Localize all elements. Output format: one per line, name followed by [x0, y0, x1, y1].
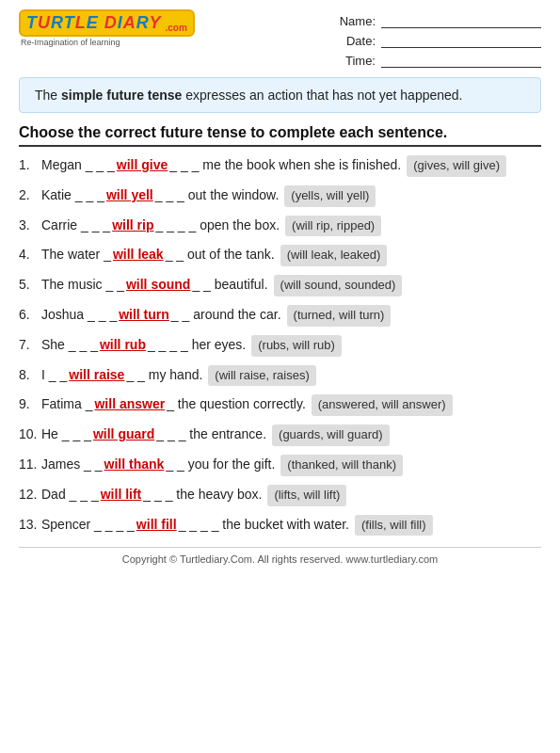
sentence-number: 13. — [19, 514, 40, 535]
sentence-number: 5. — [19, 274, 40, 295]
sentence-number: 7. — [19, 334, 40, 355]
logo-com: .com — [165, 23, 186, 33]
sentence-after: _ _ out of the tank. — [166, 244, 275, 264]
name-label: Name: — [338, 14, 376, 28]
list-item: 3.Carrie _ _ _ will rip _ _ _ _ open the… — [19, 215, 541, 237]
sentence-number: 3. — [19, 215, 40, 235]
options-badge: (rubs, will rub) — [251, 335, 342, 357]
sentence-after: _ _ _ out the window. — [155, 184, 280, 205]
logo-text: TURTLE DIARY — [26, 13, 161, 33]
sentence-content: The music _ _ will sound _ _ beautiful.(… — [41, 274, 541, 296]
date-row: Date: — [338, 33, 541, 48]
footer: Copyright © Turtlediary.Com. All rights … — [19, 547, 541, 565]
info-text-before: The — [35, 88, 61, 103]
list-item: 11.James _ _ will thank _ _ you for the … — [19, 454, 541, 476]
sentence-number: 10. — [19, 424, 40, 444]
sentence-before: She _ _ _ — [41, 334, 98, 355]
sentence-before: Dad _ _ _ — [41, 484, 99, 505]
options-badge: (lifts, will lift) — [267, 485, 346, 506]
sentence-answer: will yell — [106, 184, 153, 205]
sentence-before: Carrie _ _ _ — [41, 215, 110, 235]
sentence-answer: will lift — [101, 484, 142, 505]
list-item: 7.She _ _ _ will rub _ _ _ _ her eyes.(r… — [19, 334, 541, 357]
sentence-before: The water _ — [41, 244, 111, 264]
sentence-number: 9. — [19, 393, 40, 414]
info-box: The simple future tense expresses an act… — [19, 77, 541, 113]
sentence-number: 6. — [19, 304, 40, 325]
sentence-after: _ _ my hand. — [126, 364, 202, 385]
time-line — [381, 53, 541, 68]
sentence-number: 1. — [19, 154, 40, 175]
logo-tagline: Re-Imagination of learning — [19, 38, 120, 47]
sentence-number: 8. — [19, 364, 40, 385]
sentence-after: _ _ _ _ her eyes. — [148, 334, 246, 355]
sentence-answer: will thank — [104, 454, 165, 474]
sentence-after: _ the question correctly. — [167, 393, 306, 414]
sentence-answer: will fill — [136, 514, 177, 535]
sentence-before: Fatima _ — [41, 393, 92, 414]
sentence-answer: will guard — [93, 424, 154, 444]
instructions: Choose the correct future tense to compl… — [19, 124, 541, 147]
sentence-before: Megan _ _ _ — [41, 154, 115, 175]
sentence-content: Spencer _ _ _ _ will fill _ _ _ _ the bu… — [41, 514, 541, 537]
name-row: Name: — [338, 13, 541, 28]
options-badge: (fills, will fill) — [355, 515, 433, 537]
list-item: 12.Dad _ _ _ will lift _ _ _ the heavy b… — [19, 484, 541, 506]
options-badge: (guards, will guard) — [272, 425, 390, 446]
sentence-before: Joshua _ _ _ — [41, 304, 117, 325]
sentences-list: 1.Megan _ _ _ will give _ _ _ me the boo… — [19, 154, 541, 536]
options-badge: (thanked, will thank) — [280, 455, 403, 476]
sentence-after: _ _ around the car. — [171, 304, 281, 325]
list-item: 4.The water _ will leak _ _ out of the t… — [19, 244, 541, 266]
sentence-answer: will rip — [112, 215, 153, 235]
name-fields: Name: Date: Time: — [338, 9, 541, 68]
sentence-content: Joshua _ _ _ will turn _ _ around the ca… — [41, 304, 541, 327]
sentence-answer: will answer — [94, 393, 165, 414]
sentence-number: 2. — [19, 184, 40, 205]
date-label: Date: — [338, 34, 376, 48]
sentence-before: James _ _ — [41, 454, 103, 474]
list-item: 10.He _ _ _ will guard _ _ _ the entranc… — [19, 424, 541, 446]
list-item: 8.I _ _ will raise _ _ my hand.(will rai… — [19, 364, 541, 387]
info-bold-text: simple future tense — [61, 88, 182, 103]
sentence-before: I _ _ — [41, 364, 67, 385]
sentence-after: _ _ _ _ the bucket with water. — [179, 514, 349, 535]
sentence-answer: will leak — [113, 244, 164, 264]
sentence-after: _ _ _ the entrance. — [156, 424, 266, 444]
sentence-content: Carrie _ _ _ will rip _ _ _ _ open the b… — [41, 215, 541, 237]
options-badge: (will rip, ripped) — [285, 216, 381, 237]
sentence-number: 12. — [19, 484, 40, 505]
sentence-content: Katie _ _ _ will yell _ _ _ out the wind… — [41, 184, 541, 207]
sentence-answer: will give — [117, 154, 168, 175]
time-row: Time: — [338, 53, 541, 68]
options-badge: (answered, will answer) — [312, 394, 453, 416]
options-badge: (will leak, leaked) — [280, 245, 388, 266]
options-badge: (gives, will give) — [407, 155, 506, 177]
sentence-content: James _ _ will thank _ _ you for the gif… — [41, 454, 541, 476]
date-line — [381, 33, 541, 48]
sentence-number: 4. — [19, 244, 40, 264]
logo-box: TURTLE DIARY .com — [19, 9, 195, 37]
sentence-after: _ _ _ the heavy box. — [143, 484, 262, 505]
sentence-after: _ _ _ _ open the box. — [156, 215, 280, 235]
sentence-content: Megan _ _ _ will give _ _ _ me the book … — [41, 154, 541, 177]
sentence-content: He _ _ _ will guard _ _ _ the entrance.(… — [41, 424, 541, 446]
time-label: Time: — [338, 54, 376, 68]
sentence-content: Dad _ _ _ will lift _ _ _ the heavy box.… — [41, 484, 541, 506]
sentence-answer: will turn — [119, 304, 169, 325]
sentence-answer: will raise — [69, 364, 124, 385]
sentence-before: The music _ _ — [41, 274, 124, 295]
list-item: 6.Joshua _ _ _ will turn _ _ around the … — [19, 304, 541, 327]
sentence-content: She _ _ _ will rub _ _ _ _ her eyes.(rub… — [41, 334, 541, 357]
info-text-after: expresses an action that has not yet hap… — [182, 88, 462, 103]
list-item: 1.Megan _ _ _ will give _ _ _ me the boo… — [19, 154, 541, 177]
list-item: 9.Fatima _ will answer _ the question co… — [19, 393, 541, 416]
options-badge: (will sound, sounded) — [274, 275, 403, 296]
list-item: 13.Spencer _ _ _ _ will fill _ _ _ _ the… — [19, 514, 541, 537]
sentence-after: _ _ beautiful. — [192, 274, 267, 295]
sentence-content: Fatima _ will answer _ the question corr… — [41, 393, 541, 416]
options-badge: (will raise, raises) — [208, 365, 315, 387]
sentence-before: He _ _ _ — [41, 424, 91, 444]
sentence-answer: will sound — [126, 274, 190, 295]
sentence-after: _ _ _ me the book when she is finished. — [169, 154, 401, 175]
